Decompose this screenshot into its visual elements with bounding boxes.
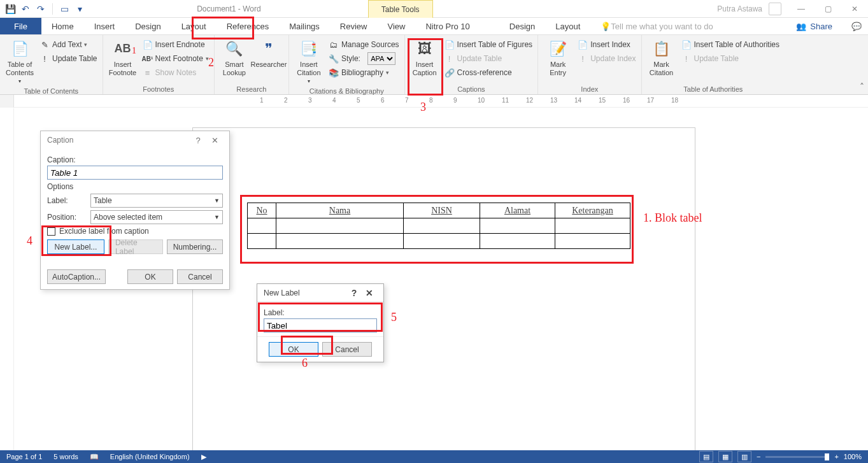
caption-dialog-titlebar[interactable]: Caption ? ✕ bbox=[41, 131, 229, 149]
autocaption-button[interactable]: AutoCaption... bbox=[47, 269, 106, 284]
new-label-button[interactable]: New Label... bbox=[47, 239, 104, 254]
minimize-button[interactable]: ― bbox=[788, 0, 815, 18]
new-label-input[interactable] bbox=[264, 318, 377, 332]
annotation-2: 2 bbox=[208, 56, 214, 69]
tab-view[interactable]: View bbox=[377, 18, 415, 34]
researcher-button[interactable]: ❞ Researcher bbox=[253, 38, 285, 70]
new-label-titlebar[interactable]: New Label ? ✕ bbox=[257, 284, 383, 302]
table-row[interactable] bbox=[248, 218, 630, 234]
help-button[interactable]: ? bbox=[190, 136, 206, 145]
status-page[interactable]: Page 1 of 1 bbox=[6, 453, 42, 460]
undo-icon[interactable]: ↶ bbox=[19, 3, 32, 15]
insert-tof-button[interactable]: 📄Insert Table of Figures bbox=[443, 38, 534, 52]
comments-button[interactable]: 💬 bbox=[845, 18, 868, 34]
citation-style[interactable]: 🔧Style: APA bbox=[327, 52, 401, 66]
insert-caption-button[interactable]: 🖼 Insert Caption bbox=[409, 38, 441, 78]
smart-lookup-button[interactable]: 🔍 Smart Lookup bbox=[218, 38, 250, 78]
zoom-slider[interactable] bbox=[765, 456, 829, 458]
view-read-icon[interactable]: ▤ bbox=[699, 451, 713, 462]
qat-more-icon[interactable]: ▾ bbox=[73, 3, 86, 15]
insert-toa-button[interactable]: 📄Insert Table of Authorities bbox=[680, 38, 781, 52]
zoom-in-button[interactable]: + bbox=[834, 453, 838, 460]
insert-endnote-button[interactable]: 📄Insert Endnote bbox=[141, 38, 210, 52]
caption-dialog-title: Caption bbox=[47, 136, 190, 145]
exclude-checkbox[interactable]: Exclude label from caption bbox=[47, 227, 223, 236]
toc-button[interactable]: 📄 Table of Contents▾ bbox=[4, 38, 36, 86]
tab-home[interactable]: Home bbox=[41, 18, 84, 34]
touch-mode-icon[interactable]: ▭ bbox=[58, 3, 71, 15]
insert-footnote-button[interactable]: AB Insert Footnote bbox=[107, 38, 139, 78]
insert-citation-button[interactable]: 📑 Insert Citation▾ bbox=[293, 38, 325, 86]
user-avatar-icon[interactable] bbox=[769, 3, 781, 15]
position-select[interactable]: Above selected item▼ bbox=[90, 210, 223, 224]
new-label-dialog: New Label ? ✕ Label: OK Cancel bbox=[257, 283, 384, 362]
cancel-button[interactable]: Cancel bbox=[177, 269, 223, 284]
caption-input[interactable] bbox=[47, 166, 223, 180]
nl-cancel-button[interactable]: Cancel bbox=[322, 342, 372, 357]
bibliography-icon: 📚 bbox=[329, 68, 339, 78]
th-keterangan[interactable]: Keterangan bbox=[555, 203, 630, 218]
mark-citation-button[interactable]: 📋 Mark Citation bbox=[646, 38, 678, 78]
redo-icon[interactable]: ↷ bbox=[34, 3, 47, 15]
th-no[interactable]: No bbox=[248, 203, 276, 218]
tab-insert[interactable]: Insert bbox=[84, 18, 125, 34]
numbering-button[interactable]: Numbering... bbox=[167, 239, 223, 254]
share-button[interactable]: 👥Share bbox=[783, 18, 845, 34]
manage-sources-button[interactable]: 🗂Manage Sources bbox=[327, 38, 401, 52]
tell-me[interactable]: 💡 Tell me what you want to do bbox=[590, 18, 723, 34]
user-area: Putra Astawa bbox=[711, 3, 788, 15]
horizontal-ruler[interactable]: 123456789101112131415161718 bbox=[0, 95, 868, 108]
label-select[interactable]: Table▼ bbox=[90, 194, 223, 208]
tof-icon: 📄 bbox=[445, 39, 455, 50]
collapse-ribbon-icon[interactable]: ˄ bbox=[860, 82, 864, 92]
document-table[interactable]: No Nama NISN Alamat Keterangan bbox=[247, 203, 630, 249]
researcher-icon: ❞ bbox=[259, 39, 279, 59]
style-icon: 🔧 bbox=[329, 53, 339, 64]
tab-review[interactable]: Review bbox=[330, 18, 378, 34]
user-name[interactable]: Putra Astawa bbox=[717, 4, 762, 13]
add-text-button[interactable]: ✎Add Text bbox=[38, 38, 99, 52]
view-print-icon[interactable]: ▦ bbox=[718, 451, 732, 462]
close-icon[interactable]: ✕ bbox=[206, 136, 223, 145]
tab-references[interactable]: References bbox=[217, 18, 279, 34]
bibliography-button[interactable]: 📚Bibliography bbox=[327, 66, 401, 80]
maximize-button[interactable]: ▢ bbox=[815, 0, 841, 18]
delete-label-button: Delete Label bbox=[108, 239, 163, 254]
nl-label-label: Label: bbox=[264, 308, 377, 317]
zoom-out-button[interactable]: − bbox=[757, 453, 760, 460]
cross-reference-button[interactable]: 🔗Cross-reference bbox=[443, 66, 534, 80]
tab-mailings[interactable]: Mailings bbox=[279, 18, 330, 34]
status-words[interactable]: 5 words bbox=[53, 453, 78, 460]
next-footnote-button[interactable]: AB¹Next Footnote bbox=[141, 52, 210, 66]
status-language[interactable]: English (United Kingdom) bbox=[110, 453, 190, 460]
status-proofing-icon[interactable]: 📖 bbox=[90, 453, 99, 461]
tab-layout[interactable]: Layout bbox=[171, 18, 217, 34]
update-toc-button[interactable]: !Update Table bbox=[38, 52, 99, 66]
tab-file[interactable]: File bbox=[0, 18, 41, 34]
view-web-icon[interactable]: ▥ bbox=[737, 451, 751, 462]
tab-design[interactable]: Design bbox=[125, 18, 171, 34]
table-row[interactable] bbox=[248, 234, 630, 249]
close-icon[interactable]: ✕ bbox=[362, 288, 377, 298]
save-icon[interactable]: 💾 bbox=[4, 3, 17, 15]
table-header-row[interactable]: No Nama NISN Alamat Keterangan bbox=[248, 203, 630, 218]
update-toa-button: !Update Table bbox=[680, 52, 781, 66]
close-button[interactable]: ✕ bbox=[841, 0, 868, 18]
help-button[interactable]: ? bbox=[346, 288, 362, 298]
style-select[interactable]: APA bbox=[367, 52, 395, 65]
vertical-ruler[interactable] bbox=[0, 108, 14, 450]
tab-table-design[interactable]: Design bbox=[499, 18, 545, 34]
th-alamat[interactable]: Alamat bbox=[480, 203, 555, 218]
th-nisn[interactable]: NISN bbox=[404, 203, 480, 218]
th-nama[interactable]: Nama bbox=[276, 203, 404, 218]
position-label: Position: bbox=[47, 213, 85, 222]
tab-nitro[interactable]: Nitro Pro 10 bbox=[415, 18, 480, 34]
ok-button[interactable]: OK bbox=[127, 269, 173, 284]
zoom-level[interactable]: 100% bbox=[844, 453, 862, 460]
caption-dialog: Caption ? ✕ Caption: Options Label: Tabl… bbox=[40, 131, 230, 290]
status-macro-icon[interactable]: ▶ bbox=[201, 453, 206, 461]
nl-ok-button[interactable]: OK bbox=[269, 342, 318, 357]
mark-entry-button[interactable]: 📝 Mark Entry bbox=[542, 38, 574, 78]
insert-index-button[interactable]: 📄Insert Index bbox=[576, 38, 637, 52]
tab-table-layout[interactable]: Layout bbox=[545, 18, 590, 34]
